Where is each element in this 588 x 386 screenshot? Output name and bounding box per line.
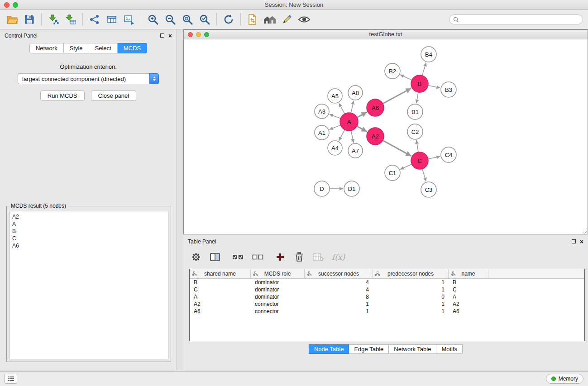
graph-node-B2[interactable]: B2 [385, 63, 400, 79]
tab-network[interactable]: Network [29, 43, 64, 53]
result-item[interactable]: A6 [12, 242, 165, 249]
import-network-file-button[interactable] [45, 12, 62, 27]
table-row[interactable]: Bdominator41B [190, 279, 584, 286]
graph-edge-C-C3[interactable] [422, 169, 426, 181]
new-table-button[interactable] [103, 12, 120, 27]
close-table-panel-icon[interactable]: × [580, 239, 583, 244]
minimize-view-button[interactable] [196, 32, 201, 37]
graph-node-A5[interactable]: A5 [328, 89, 342, 103]
table-row[interactable]: Cdominator41C [190, 286, 584, 293]
tab-select[interactable]: Select [89, 43, 118, 53]
graph-edge-A-A6[interactable] [357, 112, 367, 118]
table-settings-button[interactable] [191, 251, 201, 263]
tab-mcds[interactable]: MCDS [118, 43, 147, 53]
graph-edge-A-A5[interactable] [339, 103, 345, 114]
column-header-name[interactable]: name [449, 269, 488, 278]
export-image-button[interactable] [120, 12, 138, 27]
task-history-button[interactable] [5, 374, 17, 384]
graph-node-C4[interactable]: C4 [441, 147, 456, 162]
new-network-button[interactable] [86, 12, 103, 27]
graph-edge-A-A4[interactable] [339, 130, 345, 141]
close-window-button[interactable] [4, 2, 10, 8]
graph-node-A4[interactable]: A4 [328, 141, 342, 155]
zoom-window-button[interactable] [13, 2, 18, 8]
graph-node-C2[interactable]: C2 [407, 124, 423, 139]
graph-edge-A-A3[interactable] [330, 114, 341, 118]
home-networks-button[interactable] [261, 12, 278, 27]
column-header-MCDS-role[interactable]: MCDS role [251, 269, 305, 278]
zoom-out-button[interactable] [162, 12, 179, 27]
graph-node-A8[interactable]: A8 [348, 86, 363, 100]
graph-edge-B-B2[interactable] [400, 75, 412, 80]
graph-edge-C-C2[interactable] [416, 140, 418, 152]
zoom-fit-button[interactable] [179, 12, 196, 27]
table-row[interactable]: A2connector11A2 [190, 300, 584, 308]
graph-node-A[interactable]: A [340, 113, 358, 131]
table-row[interactable]: Adominator80A [190, 293, 584, 300]
run-mcds-button[interactable]: Run MCDS [40, 91, 85, 101]
graph-edge-B-B4[interactable] [422, 62, 426, 76]
table-row[interactable]: A6connector11A6 [190, 308, 584, 315]
graph-edge-C-C1[interactable] [400, 164, 411, 169]
graph-node-A1[interactable]: A1 [315, 125, 329, 140]
result-item[interactable]: A [12, 220, 165, 228]
column-header-successor-nodes[interactable]: successor nodes [305, 269, 373, 278]
close-view-button[interactable] [188, 32, 193, 37]
graph-edge-A-A2[interactable] [357, 126, 367, 132]
network-canvas[interactable]: B4B2BB3A5A8A6B1A3AC2A1A2A4A7C4CC1C3DD1 [184, 39, 588, 234]
graph-node-A6[interactable]: A6 [367, 99, 384, 116]
create-column-button[interactable] [275, 251, 286, 263]
graph-node-B1[interactable]: B1 [407, 104, 423, 119]
graph-node-C3[interactable]: C3 [421, 182, 436, 197]
search-box[interactable] [449, 14, 583, 24]
zoom-selected-button[interactable] [196, 12, 213, 27]
save-session-button[interactable] [21, 12, 38, 27]
graph-edge-A6-B[interactable] [383, 88, 411, 104]
graph-node-B[interactable]: B [411, 75, 428, 92]
refresh-view-button[interactable] [220, 12, 237, 27]
close-panel-button[interactable]: Close panel [91, 91, 137, 101]
graph-node-D1[interactable]: D1 [344, 181, 359, 196]
resize-grip-icon[interactable] [582, 228, 588, 234]
graph-edge-A-A1[interactable] [330, 125, 341, 129]
float-table-panel-icon[interactable] [572, 239, 576, 243]
tab-node-table[interactable]: Node Table [309, 344, 349, 354]
tab-motifs[interactable]: Motifs [436, 344, 463, 354]
graph-node-C[interactable]: C [411, 152, 428, 169]
open-session-button[interactable] [4, 12, 21, 27]
graph-node-A2[interactable]: A2 [367, 128, 384, 145]
graph-node-A3[interactable]: A3 [315, 104, 329, 119]
graph-edge-B-B1[interactable] [416, 92, 418, 103]
import-table-file-button[interactable] [62, 12, 79, 27]
graph-node-C1[interactable]: C1 [385, 165, 400, 181]
annotation-pen-button[interactable] [278, 12, 296, 27]
graph-edge-A2-C[interactable] [383, 140, 411, 156]
float-panel-icon[interactable] [160, 33, 164, 38]
column-header-shared-name[interactable]: shared name [190, 269, 251, 278]
graph-node-B4[interactable]: B4 [421, 47, 436, 62]
select-all-columns-button[interactable] [232, 251, 244, 263]
graph-edge-B-B3[interactable] [428, 86, 440, 88]
tab-style[interactable]: Style [64, 43, 89, 53]
column-header-predecessor-nodes[interactable]: predecessor nodes [373, 269, 449, 278]
delete-table-button[interactable] [313, 251, 324, 263]
search-input[interactable] [461, 16, 579, 23]
tab-edge-table[interactable]: Edge Table [349, 344, 389, 354]
deselect-all-columns-button[interactable] [252, 251, 264, 263]
mcds-result-list[interactable]: A2ABCA6 [9, 211, 168, 359]
show-column-panel-button[interactable] [210, 251, 220, 263]
zoom-view-button[interactable] [204, 32, 209, 37]
graph-edge-A-A7[interactable] [351, 131, 354, 143]
graph-edge-A-A8[interactable] [351, 101, 354, 113]
criterion-dropdown[interactable]: largest connected component (directed) [18, 73, 159, 84]
result-item[interactable]: B [12, 228, 165, 235]
graph-node-A7[interactable]: A7 [348, 143, 363, 158]
show-graphics-details-button[interactable] [296, 12, 313, 27]
graph-node-D[interactable]: D [314, 181, 330, 196]
result-item[interactable]: A2 [12, 213, 165, 220]
tab-network-table[interactable]: Network Table [389, 344, 436, 354]
graph-node-B3[interactable]: B3 [441, 82, 456, 97]
reload-session-button[interactable] [244, 12, 261, 27]
result-item[interactable]: C [12, 235, 165, 242]
node-table[interactable]: shared nameMCDS rolesuccessor nodesprede… [189, 269, 585, 341]
